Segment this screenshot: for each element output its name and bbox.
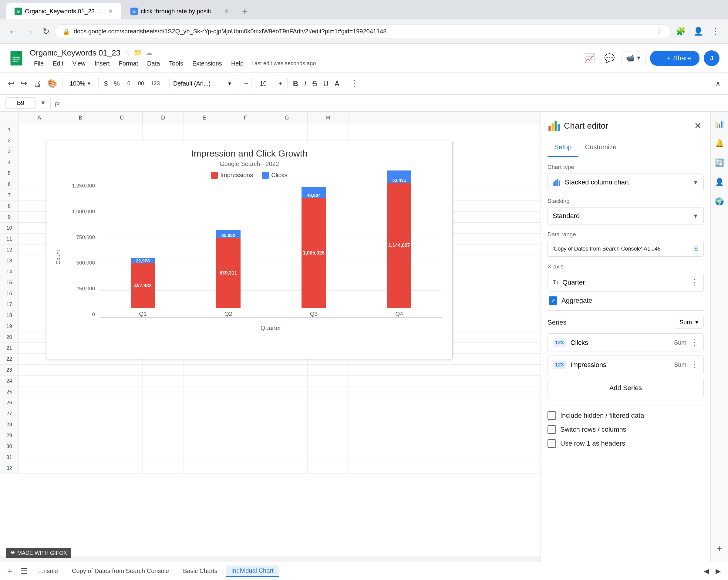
stacking-dropdown[interactable]: Standard ▼ xyxy=(547,208,704,225)
tab-1-close[interactable]: ✕ xyxy=(224,8,229,15)
cell-32-7[interactable] xyxy=(308,463,349,474)
cell-29-6[interactable] xyxy=(266,430,308,441)
cell-30-7[interactable] xyxy=(308,441,349,452)
aggregate-checkbox[interactable]: ✓ xyxy=(549,296,557,305)
font-size-input[interactable]: 10 xyxy=(251,78,276,89)
cell-30-4[interactable] xyxy=(184,441,225,452)
cell-31-5[interactable] xyxy=(225,452,266,463)
cell-32-2[interactable] xyxy=(101,463,142,474)
menu-tools[interactable]: Tools xyxy=(165,59,187,68)
cell-30-1[interactable] xyxy=(60,441,101,452)
col-header-a[interactable]: A xyxy=(19,112,60,124)
cell-29-0[interactable] xyxy=(19,430,60,441)
switch-rows-checkbox[interactable] xyxy=(547,425,556,434)
decrease-font-button[interactable]: − xyxy=(242,78,250,89)
forward-button[interactable]: → xyxy=(23,24,37,39)
cell-29-7[interactable] xyxy=(308,430,349,441)
menu-help[interactable]: Help xyxy=(227,59,248,68)
cell-24-1[interactable] xyxy=(60,375,101,386)
cell-27-2[interactable] xyxy=(101,408,142,419)
cell-30-3[interactable] xyxy=(142,441,184,452)
cell-31-7[interactable] xyxy=(308,452,349,463)
series-impressions[interactable]: 123 Impressions Sum ⋮ xyxy=(547,355,704,374)
menu-insert[interactable]: Insert xyxy=(90,59,114,68)
new-tab-button[interactable]: + xyxy=(238,4,252,18)
reload-button[interactable]: ↻ xyxy=(40,24,52,39)
include-hidden-checkbox[interactable] xyxy=(547,411,556,420)
right-icon-2[interactable]: 🔔 xyxy=(712,136,727,151)
strikethrough-button[interactable]: S xyxy=(310,77,320,90)
cell-25-2[interactable] xyxy=(101,387,142,397)
cell-27-6[interactable] xyxy=(266,408,308,419)
cell-1-2[interactable] xyxy=(101,124,142,135)
cell-25-7[interactable] xyxy=(308,387,349,397)
cell-27-7[interactable] xyxy=(308,408,349,419)
cell-24-4[interactable] xyxy=(184,375,225,386)
star-icon[interactable]: ☆ xyxy=(124,49,130,57)
cell-24-7[interactable] xyxy=(308,375,349,386)
right-icon-3[interactable]: 🔄 xyxy=(712,155,727,170)
cell-28-6[interactable] xyxy=(266,419,308,430)
cell-25-6[interactable] xyxy=(266,387,308,397)
cell-1-6[interactable] xyxy=(266,124,308,135)
cell-32-4[interactable] xyxy=(184,463,225,474)
more-toolbar-button[interactable]: ⋮ xyxy=(348,77,360,90)
tab-customize[interactable]: Customize xyxy=(578,138,623,157)
use-row1-checkbox[interactable] xyxy=(547,439,556,448)
folder-icon[interactable]: 📁 xyxy=(134,49,142,57)
series-sum-selector[interactable]: Sum ▼ xyxy=(675,316,704,328)
cell-24-0[interactable] xyxy=(19,375,60,386)
sheet-tab-copy[interactable]: Copy of Dates from Search Console xyxy=(67,566,175,576)
right-icon-add[interactable]: + xyxy=(714,541,725,557)
impressions-series-more[interactable]: ⋮ xyxy=(691,360,699,369)
cell-31-1[interactable] xyxy=(60,452,101,463)
meet-icon-btn[interactable]: 📹 ▼ xyxy=(622,52,646,65)
cell-29-2[interactable] xyxy=(101,430,142,441)
col-header-e[interactable]: E xyxy=(184,112,225,124)
tab-0-close[interactable]: ✕ xyxy=(108,8,113,15)
clicks-series-more[interactable]: ⋮ xyxy=(691,338,699,347)
cell-23-6[interactable] xyxy=(266,365,308,375)
cell-28-7[interactable] xyxy=(308,419,349,430)
cell-24-3[interactable] xyxy=(142,375,184,386)
cell-27-1[interactable] xyxy=(60,408,101,419)
address-bar[interactable]: 🔒 docs.google.com/spreadsheets/d/1S2Q_yb… xyxy=(55,24,670,39)
analytics-icon-btn[interactable]: 📈 xyxy=(582,51,598,65)
cell-1-5[interactable] xyxy=(225,124,266,135)
cell-24-6[interactable] xyxy=(266,375,308,386)
formula-input[interactable] xyxy=(64,99,723,107)
menu-file[interactable]: File xyxy=(30,59,48,68)
menu-edit[interactable]: Edit xyxy=(49,59,67,68)
cell-32-5[interactable] xyxy=(225,463,266,474)
cell-25-0[interactable] xyxy=(19,387,60,397)
cloud-icon[interactable]: ☁ xyxy=(146,49,152,57)
cell-32-1[interactable] xyxy=(60,463,101,474)
cell-31-2[interactable] xyxy=(101,452,142,463)
back-button[interactable]: ← xyxy=(6,24,20,39)
cell-26-0[interactable] xyxy=(19,397,60,408)
cell-25-3[interactable] xyxy=(142,387,184,397)
cell-25-5[interactable] xyxy=(225,387,266,397)
col-header-b[interactable]: B xyxy=(60,112,101,124)
cell-23-2[interactable] xyxy=(101,365,142,375)
currency-button[interactable]: $ xyxy=(102,77,110,90)
bold-button[interactable]: B xyxy=(291,77,301,90)
underline-button[interactable]: U xyxy=(321,77,331,90)
cell-32-6[interactable] xyxy=(266,463,308,474)
cell-26-6[interactable] xyxy=(266,397,308,408)
percent-button[interactable]: % xyxy=(111,77,122,90)
cell-1-3[interactable] xyxy=(142,124,184,135)
cell-28-0[interactable] xyxy=(19,419,60,430)
cell-30-6[interactable] xyxy=(266,441,308,452)
x-axis-row[interactable]: T↕ Quarter ⋮ xyxy=(547,273,704,291)
browser-tab-1[interactable]: G click through rate by position ... ✕ xyxy=(122,3,237,20)
cell-26-3[interactable] xyxy=(142,397,184,408)
cell-31-0[interactable] xyxy=(19,452,60,463)
cell-28-4[interactable] xyxy=(184,419,225,430)
browser-tab-0[interactable]: G Organic_Keywords 01_23 - Go... ✕ xyxy=(6,3,121,20)
extensions-button[interactable]: 🧩 xyxy=(673,24,688,38)
menu-view[interactable]: View xyxy=(68,59,90,68)
tab-setup[interactable]: Setup xyxy=(547,138,578,157)
increase-font-button[interactable]: + xyxy=(277,78,284,89)
cell-reference[interactable]: B9 xyxy=(5,97,36,109)
